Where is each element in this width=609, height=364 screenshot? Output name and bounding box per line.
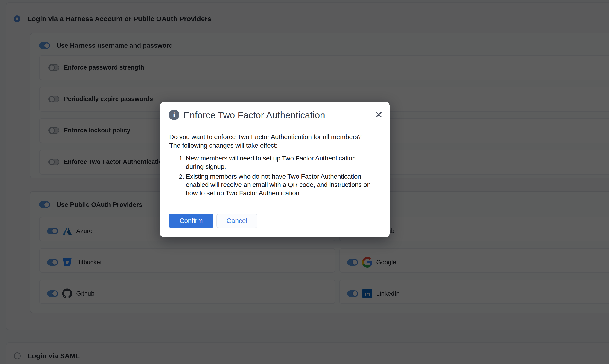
toggle-knob [352,291,358,297]
toggle-knob [52,259,58,265]
dialog-body: Do you want to enforce Two Factor Authen… [169,133,362,150]
toggle-knob [49,96,55,102]
toggle-github[interactable] [47,290,58,297]
toggle-label-username-password: Use Harness username and password [56,42,173,49]
toggle-knob [44,43,50,49]
dialog-body-line: The following changes will take effect: [169,141,362,150]
dialog-title: Enforce Two Factor Authentication [183,110,325,120]
toggle-username-password[interactable] [39,42,50,49]
toggle-row-enforce-password-strength: Enforce password strength [48,64,144,71]
radio-label-harness-oauth: Login via a Harness Account or Public OA… [27,15,211,23]
toggle-row-periodically-expire-passwords: Periodically expire passwords [48,96,153,103]
toggle-row-username-password: Use Harness username and password [39,42,173,49]
toggle-knob [352,259,358,265]
list-item: New members will need to set up Two Fact… [186,154,371,171]
toggle-enforce-two-factor-authentication[interactable] [48,159,59,165]
info-icon: i [169,110,179,120]
provider-label: Github [76,290,95,297]
toggle-row-enforce-lockout-policy: Enforce lockout policy [48,127,130,134]
linkedin-icon: in [362,288,373,299]
toggle-knob [44,202,50,208]
toggle-knob [49,159,55,165]
radio-login-saml[interactable] [14,352,21,359]
list-item: Existing members who do not have Two Fac… [186,172,371,197]
toggle-row-public-oauth-providers: Use Public OAuth Providers [39,201,142,208]
provider-label: LinkedIn [376,290,400,297]
provider-label: Bitbucket [76,259,102,266]
radio-label-saml: Login via SAML [28,352,80,360]
section-login-saml [6,342,609,364]
toggle-periodically-expire-passwords[interactable] [48,96,59,103]
row-label: Enforce password strength [64,64,144,71]
provider-label: Google [376,259,396,266]
toggle-bitbucket[interactable] [47,259,58,266]
dialog-change-list: New members will need to set up Two Fact… [169,154,371,199]
toggle-knob [49,128,55,133]
dialog-body-line: Do you want to enforce Two Factor Authen… [169,133,362,141]
github-icon [62,288,73,299]
toggle-knob [52,228,58,234]
toggle-azure[interactable] [47,228,58,234]
toggle-google[interactable] [347,259,358,266]
toggle-knob [49,65,55,71]
row-label: Enforce Two Factor Authentication [64,158,167,166]
google-icon [362,257,373,268]
svg-text:in: in [364,291,370,298]
bitbucket-icon [62,257,73,268]
azure-icon [62,226,73,236]
close-icon[interactable] [375,111,383,119]
toggle-knob [52,291,58,297]
provider-label: Azure [76,227,92,234]
provider-github: Github [47,288,95,299]
enforce-two-factor-dialog: i Enforce Two Factor Authentication Do y… [160,102,389,237]
provider-google: Google [347,257,396,268]
radio-row-saml: Login via SAML [14,352,80,359]
toggle-enforce-password-strength[interactable] [48,64,59,71]
row-label: Enforce lockout policy [64,127,130,134]
toggle-public-oauth-providers[interactable] [39,201,50,208]
toggle-enforce-lockout-policy[interactable] [48,127,59,134]
screen: Login via a Harness Account or Public OA… [0,0,609,364]
radio-row-harness-oauth: Login via a Harness Account or Public OA… [13,15,211,22]
toggle-row-enforce-two-factor-authentication: Enforce Two Factor Authentication [48,159,167,165]
provider-bitbucket: Bitbucket [47,257,102,268]
row-label: Periodically expire passwords [64,96,153,103]
cancel-button[interactable]: Cancel [216,214,258,228]
toggle-linkedin[interactable] [347,290,358,297]
provider-linkedin: in LinkedIn [347,288,400,299]
radio-login-harness-oauth[interactable] [13,15,21,22]
confirm-button[interactable]: Confirm [169,214,213,228]
info-glyph: i [173,111,175,118]
toggle-label-public-oauth-providers: Use Public OAuth Providers [56,201,142,208]
provider-azure: Azure [47,226,92,236]
